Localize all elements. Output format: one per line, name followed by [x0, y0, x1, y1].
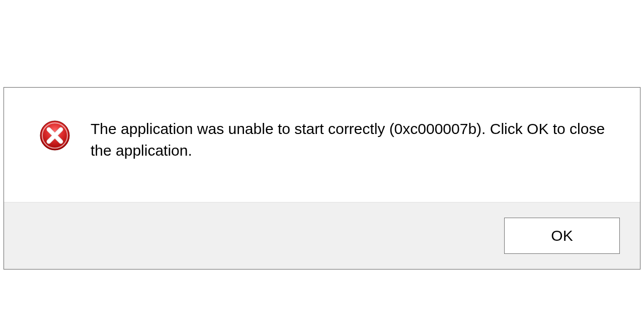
dialog-content-area: The application was unable to start corr… [4, 88, 640, 202]
dialog-message: The application was unable to start corr… [91, 118, 614, 162]
error-icon [39, 120, 70, 153]
error-dialog: The application was unable to start corr… [4, 87, 640, 270]
dialog-footer: OK [4, 202, 640, 269]
ok-button[interactable]: OK [504, 218, 620, 254]
